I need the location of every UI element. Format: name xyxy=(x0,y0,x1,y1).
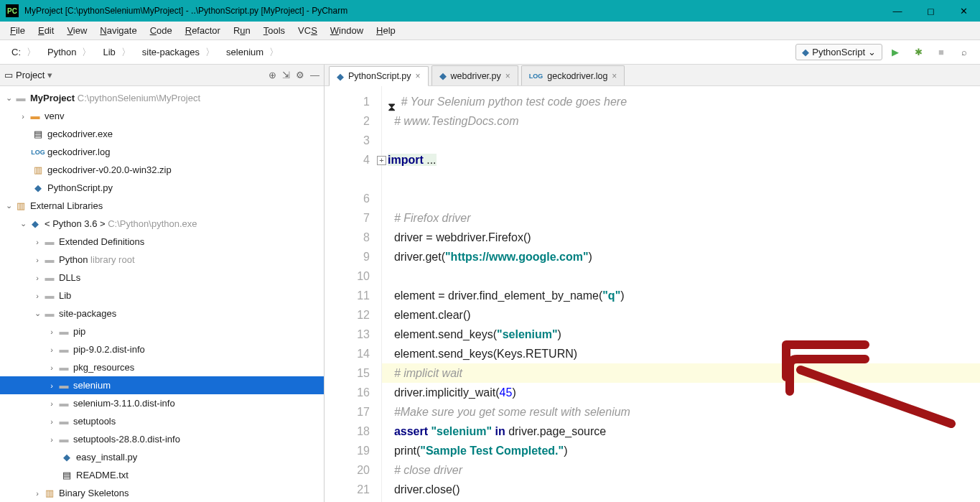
tree-label: setuptools-28.8.0.dist-info xyxy=(73,434,180,445)
hide-icon[interactable]: — xyxy=(310,70,319,80)
run-button[interactable]: ▶ xyxy=(885,42,905,62)
tree-item[interactable]: ›▬Extended Definitions xyxy=(0,233,324,251)
menu-vcs[interactable]: VCS xyxy=(292,23,323,38)
breadcrumb[interactable]: Python xyxy=(42,44,97,61)
folder-icon: ▬ xyxy=(43,236,56,248)
tree-label: Python xyxy=(59,254,88,265)
tree-path: C:\Python\python.exe xyxy=(108,218,197,229)
maximize-button[interactable]: ◻ xyxy=(914,0,947,22)
search-button[interactable]: ⌕ xyxy=(954,42,974,62)
tree-label: geckodriver-v0.20.0-win32.zip xyxy=(47,164,172,175)
tab-webdriver[interactable]: ◆ webdriver.py × xyxy=(431,65,518,85)
breadcrumb[interactable]: selenium xyxy=(220,44,284,61)
editor-area: ◆ PythonScript.py × ◆ webdriver.py × LOG… xyxy=(325,65,980,502)
menu-run[interactable]: Run xyxy=(228,23,256,38)
gear-icon[interactable]: ⚙ xyxy=(296,70,304,80)
close-icon[interactable]: × xyxy=(612,71,617,81)
close-icon[interactable]: × xyxy=(505,71,510,81)
menu-file[interactable]: File xyxy=(4,23,31,38)
tree-item[interactable]: ▥ geckodriver-v0.20.0-win32.zip xyxy=(0,161,324,179)
tree-item[interactable]: ◆ PythonScript.py xyxy=(0,179,324,197)
close-button[interactable]: ✕ xyxy=(947,0,980,22)
tree-item[interactable]: ›▬pkg_resources xyxy=(0,358,324,376)
folder-icon: ▬ xyxy=(57,416,70,427)
menu-bar: File Edit View Navigate Code Refactor Ru… xyxy=(0,22,980,40)
tree-item[interactable]: ▤README.txt xyxy=(0,466,324,484)
menu-tools[interactable]: Tools xyxy=(258,23,291,38)
tree-item[interactable]: ⌄◆ < Python 3.6 > C:\Python\python.exe xyxy=(0,215,324,233)
tree-label: site-packages xyxy=(59,308,116,319)
tree-item[interactable]: ◆easy_install.py xyxy=(0,448,324,466)
folder-icon: ▬ xyxy=(43,254,56,266)
close-icon[interactable]: × xyxy=(416,71,421,81)
nav-bar: C: Python Lib site-packages selenium ◆ P… xyxy=(0,40,980,65)
breadcrumb[interactable]: site-packages xyxy=(136,44,220,61)
tree-item[interactable]: ›▬Lib xyxy=(0,287,324,305)
tree-note: library root xyxy=(90,254,134,265)
target-icon[interactable]: ⊕ xyxy=(269,70,276,80)
folder-icon: ▬ xyxy=(14,93,27,104)
stop-button[interactable]: ■ xyxy=(931,42,951,62)
tree-item[interactable]: ›▥Binary Skeletons xyxy=(0,484,324,502)
tree-label: PythonScript.py xyxy=(47,182,113,193)
tree-label: Binary Skeletons xyxy=(59,488,129,498)
tree-item[interactable]: ▤ geckodriver.exe xyxy=(0,125,324,143)
menu-code[interactable]: Code xyxy=(144,23,178,38)
tree-item[interactable]: ›▬pip-9.0.2.dist-info xyxy=(0,340,324,358)
collapse-icon[interactable]: ⇲ xyxy=(282,70,290,80)
folder-icon: ▬ xyxy=(29,111,42,122)
tree-item-selected[interactable]: ›▬selenium xyxy=(0,376,324,394)
tree-label: geckodriver.exe xyxy=(47,129,113,139)
editor-tabs: ◆ PythonScript.py × ◆ webdriver.py × LOG… xyxy=(325,65,980,86)
window-title: MyProject [C:\pythonSelenium\MyProject] … xyxy=(24,6,881,16)
log-icon: LOG xyxy=(32,147,45,158)
folder-icon: ▬ xyxy=(57,326,70,338)
lib-icon: ▥ xyxy=(43,488,56,499)
tree-item[interactable]: ⌄▬site-packages xyxy=(0,305,324,322)
breadcrumb[interactable]: Lib xyxy=(97,44,136,61)
menu-view[interactable]: View xyxy=(61,23,93,38)
tree-path: C:\pythonSelenium\MyProject xyxy=(78,93,200,103)
tree-item[interactable]: ›▬setuptools xyxy=(0,412,324,430)
project-panel: ▭ Project ▾ ⊕ ⇲ ⚙ — ⌄▬ MyProject C:\pyth… xyxy=(0,65,325,502)
tree-label: pip xyxy=(73,326,85,337)
menu-refactor[interactable]: Refactor xyxy=(179,23,226,38)
code-content[interactable]: ⧗ # Your Selenium python test code goes … xyxy=(382,86,980,502)
debug-button[interactable]: ✱ xyxy=(908,42,928,62)
folder-icon: ▬ xyxy=(43,308,56,320)
minimize-button[interactable]: — xyxy=(881,0,914,22)
tab-label: geckodriver.log xyxy=(547,71,607,81)
panel-title: Project xyxy=(16,70,45,80)
lib-icon: ▥ xyxy=(14,200,27,212)
run-config-selector[interactable]: ◆ PythonScript ⌄ xyxy=(795,44,882,60)
zip-icon: ▥ xyxy=(32,164,45,176)
app-icon: PC xyxy=(6,4,19,17)
tree-item[interactable]: ›▬Python library root xyxy=(0,251,324,269)
tab-pythonscript[interactable]: ◆ PythonScript.py × xyxy=(329,66,429,86)
menu-window[interactable]: Window xyxy=(325,23,369,38)
project-tree[interactable]: ⌄▬ MyProject C:\pythonSelenium\MyProject… xyxy=(0,86,324,502)
tree-label: easy_install.py xyxy=(76,452,137,463)
code-editor[interactable]: 12346789101112131415161718192021 + ⧗ # Y… xyxy=(325,86,980,502)
tree-item[interactable]: ›▬setuptools-28.8.0.dist-info xyxy=(0,430,324,448)
menu-navigate[interactable]: Navigate xyxy=(94,23,142,38)
breadcrumb[interactable]: C: xyxy=(6,44,42,61)
chevron-down-icon[interactable]: ▾ xyxy=(47,70,52,80)
tree-item[interactable]: LOG geckodriver.log xyxy=(0,143,324,161)
file-icon: ▤ xyxy=(32,129,45,140)
tree-item[interactable]: ›▬ venv xyxy=(0,107,324,125)
tree-label: pip-9.0.2.dist-info xyxy=(73,344,145,355)
tree-item[interactable]: ›▬DLLs xyxy=(0,269,324,287)
project-panel-header: ▭ Project ▾ ⊕ ⇲ ⚙ — xyxy=(0,65,324,86)
tree-external-libs[interactable]: ⌄▥ External Libraries xyxy=(0,197,324,215)
title-bar: PC MyProject [C:\pythonSelenium\MyProjec… xyxy=(0,0,980,22)
tab-geckodriver-log[interactable]: LOG geckodriver.log × xyxy=(521,65,625,85)
tree-item[interactable]: ›▬pip xyxy=(0,322,324,340)
tree-root[interactable]: ⌄▬ MyProject C:\pythonSelenium\MyProject xyxy=(0,89,324,107)
tree-label: pkg_resources xyxy=(73,362,134,373)
tree-item[interactable]: ›▬selenium-3.11.0.dist-info xyxy=(0,394,324,412)
menu-help[interactable]: Help xyxy=(370,23,401,38)
menu-edit[interactable]: Edit xyxy=(32,23,60,38)
python-icon: ◆ xyxy=(60,452,73,463)
tree-label: Extended Definitions xyxy=(59,236,144,247)
